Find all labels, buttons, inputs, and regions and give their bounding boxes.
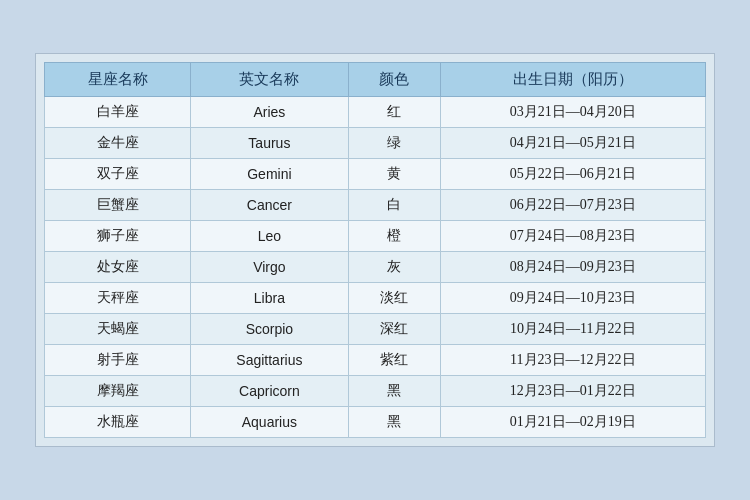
- col-header-dates: 出生日期（阳历）: [440, 63, 705, 97]
- zodiac-table-container: 星座名称 英文名称 颜色 出生日期（阳历） 白羊座Aries红03月21日—04…: [35, 53, 715, 447]
- table-row: 天秤座Libra淡红09月24日—10月23日: [45, 283, 706, 314]
- cell-english: Capricorn: [191, 376, 348, 407]
- cell-color: 黑: [348, 407, 440, 438]
- col-header-english: 英文名称: [191, 63, 348, 97]
- cell-color: 淡红: [348, 283, 440, 314]
- cell-color: 绿: [348, 128, 440, 159]
- cell-dates: 12月23日—01月22日: [440, 376, 705, 407]
- cell-english: Taurus: [191, 128, 348, 159]
- cell-color: 黄: [348, 159, 440, 190]
- table-row: 双子座Gemini黄05月22日—06月21日: [45, 159, 706, 190]
- table-row: 巨蟹座Cancer白06月22日—07月23日: [45, 190, 706, 221]
- cell-english: Aquarius: [191, 407, 348, 438]
- cell-chinese: 双子座: [45, 159, 191, 190]
- table-row: 水瓶座Aquarius黑01月21日—02月19日: [45, 407, 706, 438]
- cell-chinese: 处女座: [45, 252, 191, 283]
- col-header-chinese: 星座名称: [45, 63, 191, 97]
- cell-dates: 11月23日—12月22日: [440, 345, 705, 376]
- cell-chinese: 摩羯座: [45, 376, 191, 407]
- table-row: 射手座Sagittarius紫红11月23日—12月22日: [45, 345, 706, 376]
- cell-color: 紫红: [348, 345, 440, 376]
- cell-chinese: 白羊座: [45, 97, 191, 128]
- cell-chinese: 天秤座: [45, 283, 191, 314]
- cell-dates: 04月21日—05月21日: [440, 128, 705, 159]
- table-row: 天蝎座Scorpio深红10月24日—11月22日: [45, 314, 706, 345]
- col-header-color: 颜色: [348, 63, 440, 97]
- cell-chinese: 天蝎座: [45, 314, 191, 345]
- cell-color: 红: [348, 97, 440, 128]
- cell-chinese: 巨蟹座: [45, 190, 191, 221]
- cell-color: 深红: [348, 314, 440, 345]
- cell-english: Virgo: [191, 252, 348, 283]
- table-row: 狮子座Leo橙07月24日—08月23日: [45, 221, 706, 252]
- cell-dates: 07月24日—08月23日: [440, 221, 705, 252]
- cell-dates: 09月24日—10月23日: [440, 283, 705, 314]
- cell-chinese: 射手座: [45, 345, 191, 376]
- cell-color: 白: [348, 190, 440, 221]
- table-row: 白羊座Aries红03月21日—04月20日: [45, 97, 706, 128]
- cell-english: Libra: [191, 283, 348, 314]
- cell-chinese: 狮子座: [45, 221, 191, 252]
- cell-dates: 08月24日—09月23日: [440, 252, 705, 283]
- cell-chinese: 水瓶座: [45, 407, 191, 438]
- zodiac-table: 星座名称 英文名称 颜色 出生日期（阳历） 白羊座Aries红03月21日—04…: [44, 62, 706, 438]
- cell-color: 黑: [348, 376, 440, 407]
- table-row: 摩羯座Capricorn黑12月23日—01月22日: [45, 376, 706, 407]
- cell-dates: 05月22日—06月21日: [440, 159, 705, 190]
- cell-english: Cancer: [191, 190, 348, 221]
- cell-english: Aries: [191, 97, 348, 128]
- cell-english: Leo: [191, 221, 348, 252]
- cell-english: Gemini: [191, 159, 348, 190]
- table-header-row: 星座名称 英文名称 颜色 出生日期（阳历）: [45, 63, 706, 97]
- cell-color: 灰: [348, 252, 440, 283]
- cell-english: Sagittarius: [191, 345, 348, 376]
- cell-english: Scorpio: [191, 314, 348, 345]
- cell-dates: 01月21日—02月19日: [440, 407, 705, 438]
- cell-color: 橙: [348, 221, 440, 252]
- cell-chinese: 金牛座: [45, 128, 191, 159]
- cell-dates: 06月22日—07月23日: [440, 190, 705, 221]
- table-row: 金牛座Taurus绿04月21日—05月21日: [45, 128, 706, 159]
- table-body: 白羊座Aries红03月21日—04月20日金牛座Taurus绿04月21日—0…: [45, 97, 706, 438]
- cell-dates: 03月21日—04月20日: [440, 97, 705, 128]
- cell-dates: 10月24日—11月22日: [440, 314, 705, 345]
- table-row: 处女座Virgo灰08月24日—09月23日: [45, 252, 706, 283]
